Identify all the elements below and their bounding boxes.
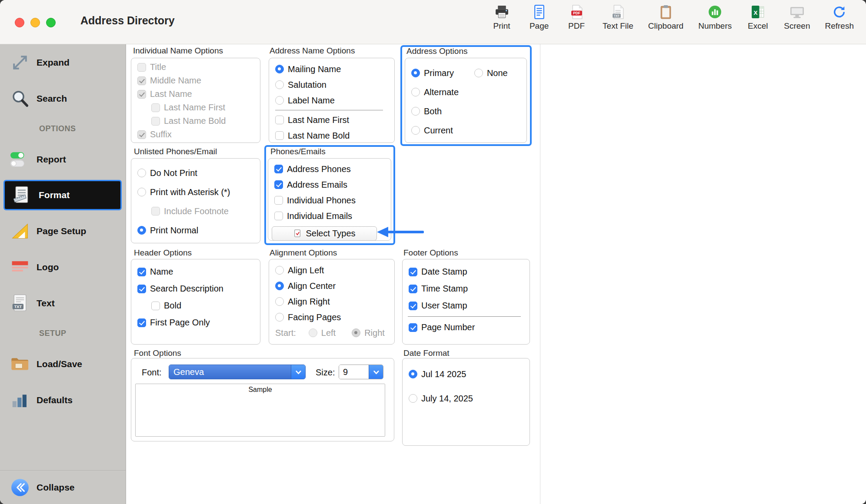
toolbar-item-numbers[interactable]: Numbers (698, 4, 732, 31)
july-14-2025-radio[interactable] (409, 394, 417, 403)
option-row[interactable]: Align Right (269, 294, 394, 309)
print-normal-radio[interactable] (137, 226, 146, 235)
align-right-radio[interactable] (275, 297, 284, 306)
time-stamp-checkbox[interactable] (409, 285, 417, 293)
close-button[interactable] (15, 18, 24, 27)
sidebar-item-logo[interactable]: Logo (0, 249, 126, 285)
option-row[interactable]: Align Left (269, 262, 394, 278)
page-number-checkbox[interactable] (409, 323, 417, 332)
first-page-only-checkbox[interactable] (137, 318, 146, 327)
start-left-radio[interactable] (309, 328, 317, 337)
toolbar-item-clipboard[interactable]: Clipboard (648, 4, 683, 31)
alternate-radio[interactable] (411, 88, 420, 96)
option-row[interactable]: Middle Name (131, 74, 260, 87)
option-row[interactable]: Name (131, 263, 260, 280)
option-row[interactable]: Time Stamp (403, 280, 530, 297)
salutation-radio[interactable] (275, 80, 284, 89)
do-not-print-radio[interactable] (137, 169, 146, 177)
option-row[interactable]: Last Name (131, 87, 260, 101)
middle-name-checkbox[interactable] (137, 76, 146, 85)
chevron-down-icon[interactable] (369, 365, 383, 379)
option-row[interactable]: Include Footnote (131, 202, 260, 221)
toolbar-item-print[interactable]: Print (490, 4, 513, 31)
option-row[interactable]: Mailing Name (269, 61, 394, 77)
option-row[interactable]: Current (405, 121, 526, 140)
address-emails-checkbox[interactable] (274, 180, 283, 189)
sidebar-item-page-setup[interactable]: Page Setup (0, 213, 126, 249)
toolbar-item-pdf[interactable]: PDFPDF (565, 4, 588, 31)
individual-phones-checkbox[interactable] (274, 196, 283, 205)
option-row[interactable]: July 14, 2025 (403, 386, 530, 411)
date-stamp-checkbox[interactable] (409, 268, 417, 276)
option-row[interactable]: Individual Phones (268, 192, 391, 208)
option-row[interactable]: Address Emails (268, 177, 391, 192)
bold-checkbox[interactable] (151, 302, 160, 310)
option-row[interactable]: Page Number (403, 319, 530, 336)
sidebar-item-defaults[interactable]: Defaults (0, 382, 126, 418)
chevron-down-icon[interactable] (291, 365, 305, 379)
toolbar-item-text-file[interactable]: TXTText File (603, 4, 633, 31)
sidebar-item-load-save[interactable]: Load/Save (0, 346, 126, 382)
last-name-checkbox[interactable] (137, 90, 146, 99)
option-row[interactable]: First Page Only (131, 314, 260, 331)
option-row[interactable]: Jul 14 2025 (403, 362, 530, 386)
print-with-asterisk-radio[interactable] (137, 188, 146, 196)
size-select[interactable]: 9 (339, 365, 383, 379)
sidebar-item-report[interactable]: Report (0, 141, 126, 177)
current-radio[interactable] (411, 126, 420, 135)
last-name-first-checkbox[interactable] (151, 103, 160, 112)
option-row[interactable]: Bold (131, 297, 260, 314)
option-row[interactable]: Alternate (405, 83, 526, 102)
sidebar-item-search[interactable]: Search (0, 80, 126, 116)
option-row[interactable]: Facing Pages (269, 309, 394, 325)
align-left-radio[interactable] (275, 266, 284, 275)
sidebar-item-expand[interactable]: Expand (0, 44, 126, 80)
option-row[interactable]: Date Stamp (403, 263, 530, 280)
option-row[interactable]: Address Phones (268, 161, 391, 177)
none-radio[interactable] (474, 69, 483, 77)
toolbar-item-screen[interactable]: Screen (784, 4, 810, 31)
toolbar-item-excel[interactable]: XExcel (746, 4, 769, 31)
toolbar-item-page[interactable]: Page (528, 4, 550, 31)
toolbar-item-refresh[interactable]: Refresh (825, 4, 854, 31)
option-row[interactable]: Suffix (131, 128, 260, 141)
primary-radio[interactable] (411, 69, 420, 77)
option-row[interactable]: Last Name First (269, 112, 394, 128)
individual-emails-checkbox[interactable] (274, 212, 283, 220)
option-row[interactable]: Salutation (269, 77, 394, 93)
last-name-bold-checkbox[interactable] (275, 131, 284, 140)
select-types-button[interactable]: Select Types (272, 226, 377, 241)
option-row[interactable]: PrimaryNone (405, 63, 526, 83)
option-row[interactable]: Search Description (131, 280, 260, 297)
sidebar-item-format[interactable]: Format (3, 180, 122, 210)
start-right-radio[interactable] (352, 328, 360, 337)
option-row[interactable]: User Stamp (403, 297, 530, 314)
option-row[interactable]: Do Not Print (131, 163, 260, 182)
option-row[interactable]: Title (131, 60, 260, 74)
user-stamp-checkbox[interactable] (409, 302, 417, 310)
sidebar-item-text[interactable]: TXTText (0, 285, 126, 321)
last-name-first-checkbox[interactable] (275, 116, 284, 124)
option-row[interactable]: Last Name First (131, 101, 260, 114)
option-row[interactable]: Last Name Bold (269, 128, 394, 143)
option-row[interactable]: Print with Asterisk (*) (131, 182, 260, 202)
zoom-button[interactable] (46, 18, 56, 27)
both-radio[interactable] (411, 107, 420, 116)
mailing-name-radio[interactable] (275, 65, 284, 73)
include-footnote-checkbox[interactable] (151, 207, 160, 216)
option-row[interactable]: Individual Emails (268, 208, 391, 224)
option-row[interactable]: Label Name (269, 93, 394, 108)
minimize-button[interactable] (30, 18, 40, 27)
jul-14-2025-radio[interactable] (409, 370, 417, 378)
title-checkbox[interactable] (137, 63, 146, 72)
option-row[interactable]: Last Name Bold (131, 114, 260, 128)
sidebar-item-collapse[interactable]: Collapse (0, 470, 126, 504)
option-row[interactable]: Both (405, 102, 526, 121)
facing-pages-radio[interactable] (275, 313, 284, 322)
search-description-checkbox[interactable] (137, 285, 146, 293)
label-name-radio[interactable] (275, 96, 284, 105)
address-phones-checkbox[interactable] (274, 165, 283, 173)
name-checkbox[interactable] (137, 268, 146, 276)
last-name-bold-checkbox[interactable] (151, 117, 160, 126)
align-center-radio[interactable] (275, 282, 284, 290)
